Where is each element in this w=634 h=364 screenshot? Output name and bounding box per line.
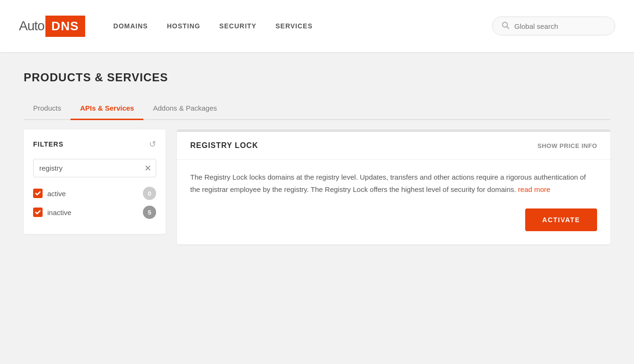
inactive-checkbox[interactable] (33, 208, 43, 217)
show-price-link[interactable]: SHOW PRICE INFO (537, 142, 597, 149)
tabs: ProductsAPIs & ServicesAddons & Packages (24, 98, 610, 120)
filter-search-input[interactable] (33, 159, 156, 177)
read-more-link[interactable]: read more (518, 185, 550, 193)
logo-dns-text: DNS (45, 16, 85, 37)
global-search-box[interactable] (492, 17, 615, 35)
tab-addons[interactable]: Addons & Packages (143, 98, 226, 120)
product-name: REGISTRY LOCK (190, 141, 258, 150)
filter-clear-icon[interactable]: ✕ (144, 164, 151, 173)
page-title: PRODUCTS & SERVICES (24, 71, 610, 84)
nav-item-hosting[interactable]: HOSTING (167, 22, 201, 30)
reset-filters-icon[interactable]: ↺ (149, 139, 156, 149)
filter-option-active-left: active (33, 189, 66, 198)
product-card: REGISTRY LOCK SHOW PRICE INFO The Regist… (177, 130, 610, 244)
filter-label-inactive: inactive (47, 208, 71, 217)
active-checkbox[interactable] (33, 189, 43, 198)
nav-item-services[interactable]: SERVICES (275, 22, 313, 30)
logo: Auto DNS (19, 16, 85, 37)
main-nav: DOMAINSHOSTINGSECURITYSERVICES (114, 22, 492, 30)
nav-item-security[interactable]: SECURITY (219, 22, 256, 30)
product-actions: ACTIVATE (177, 208, 610, 244)
activate-button[interactable]: ACTIVATE (525, 208, 597, 231)
search-input[interactable] (514, 22, 606, 30)
filters-title: FILTERS (33, 140, 63, 148)
filters-panel: FILTERS ↺ ✕ active 0 (24, 130, 166, 234)
main-layout: FILTERS ↺ ✕ active 0 (24, 130, 610, 244)
filter-option-active: active 0 (33, 187, 156, 200)
product-card-header: REGISTRY LOCK SHOW PRICE INFO (177, 132, 610, 160)
filter-option-inactive: inactive 5 (33, 206, 156, 219)
tab-products[interactable]: Products (24, 98, 70, 120)
filter-option-inactive-left: inactive (33, 208, 71, 217)
header: Auto DNS DOMAINSHOSTINGSECURITYSERVICES (0, 0, 634, 52)
filter-count-active: 0 (143, 187, 156, 200)
filter-label-active: active (47, 190, 66, 198)
logo-auto-text: Auto (19, 18, 44, 34)
filter-count-inactive: 5 (143, 206, 156, 219)
filter-search-wrapper: ✕ (33, 159, 156, 177)
nav-item-domains[interactable]: DOMAINS (114, 22, 148, 30)
product-description: The Registry Lock locks domains at the r… (177, 160, 610, 208)
svg-line-1 (507, 26, 509, 28)
filters-header: FILTERS ↺ (33, 139, 156, 149)
tab-apis-services[interactable]: APIs & Services (70, 98, 143, 120)
search-icon (501, 21, 510, 31)
page-content: PRODUCTS & SERVICES ProductsAPIs & Servi… (0, 52, 634, 263)
